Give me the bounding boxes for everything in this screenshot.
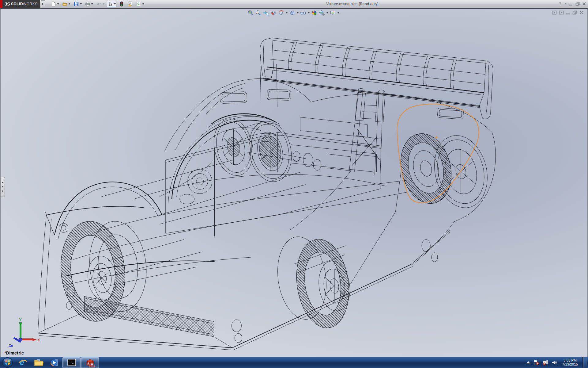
view-settings-button[interactable] [330, 10, 340, 16]
pane-right-button[interactable] [559, 10, 564, 15]
show-desktop-button[interactable] [582, 357, 587, 368]
zoom-to-fit-button[interactable] [247, 10, 254, 16]
solidworks-window: { "window": { "logo": {"mark": "ЗS", "br… [0, 0, 588, 368]
edit-appearance-button[interactable] [311, 10, 318, 16]
collapse-arrow-icon [2, 181, 3, 184]
select-button[interactable] [107, 1, 116, 7]
logo-brand-light: WORKS [23, 2, 38, 6]
sw-year: 2015 [89, 365, 95, 367]
model-canvas[interactable] [1, 9, 587, 357]
pane-left-button[interactable] [552, 10, 557, 15]
logo-3s-mark: ЗS [4, 1, 10, 6]
close-button[interactable] [582, 2, 586, 6]
new-button[interactable] [50, 1, 60, 7]
select-dropdown-caret[interactable] [114, 3, 116, 5]
apply-scene-caret[interactable] [326, 12, 328, 13]
graphics-area[interactable]: Y X Z *Dimetric [0, 8, 588, 357]
taskbar-media-player[interactable] [47, 357, 62, 368]
undo-button[interactable] [96, 1, 105, 7]
solidworks-logo: ЗS SOLIDWORKS [0, 0, 40, 8]
network-status-button[interactable] [542, 359, 549, 365]
select-cursor-icon [107, 1, 113, 7]
help-dropdown-caret[interactable] [565, 3, 567, 5]
apply-scene-button[interactable] [318, 10, 329, 16]
start-button[interactable] [0, 357, 15, 368]
display-style-button[interactable] [289, 10, 299, 16]
taskbar-solidworks[interactable]: S W 2015 [81, 357, 99, 368]
color-sphere-icon [311, 10, 317, 16]
print-button[interactable] [84, 1, 94, 7]
title-bar: ЗS SOLIDWORKS [0, 0, 588, 8]
network-error-icon [542, 359, 549, 365]
triad-x-label: X [37, 338, 40, 342]
minimize-document-button[interactable] [566, 10, 570, 15]
view-orientation-caret[interactable] [286, 12, 288, 13]
volume-button[interactable] [552, 360, 558, 365]
restore-document-button[interactable] [572, 10, 577, 15]
view-settings-caret[interactable] [337, 12, 339, 13]
options-dropdown-caret[interactable] [142, 3, 144, 5]
hide-show-items-button[interactable] [300, 10, 310, 16]
collapse-arrow-icon [2, 190, 3, 192]
command-prompt-icon: C:\ [67, 359, 76, 366]
zoom-to-area-button[interactable] [255, 10, 262, 16]
undo-icon [96, 1, 102, 7]
clock-date: 7/13/2015 [562, 362, 578, 366]
taskbar-windows-explorer[interactable] [31, 357, 47, 368]
rebuild-button[interactable] [118, 1, 125, 7]
up-arrow-icon [526, 361, 530, 364]
print-dropdown-caret[interactable] [91, 3, 93, 5]
open-dropdown-caret[interactable] [69, 3, 70, 5]
window-controls: ? [559, 0, 586, 8]
options-checklist-icon [136, 1, 141, 7]
restore-button[interactable] [575, 2, 580, 6]
taskbar-internet-explorer[interactable]: e [15, 357, 31, 368]
logo-brand-bold: SOLID [11, 2, 23, 6]
side-radiator-mesh [38, 297, 232, 348]
open-button[interactable] [62, 1, 71, 7]
undo-dropdown-caret[interactable] [103, 3, 104, 5]
rear-wing [260, 38, 493, 230]
svg-text:e: e [20, 358, 24, 367]
zoom-to-fit-icon [247, 10, 254, 16]
print-icon [85, 1, 90, 7]
flag-alert-icon [533, 359, 539, 365]
feature-tree-collapsed-tab[interactable] [1, 177, 5, 197]
hide-show-items-caret[interactable] [308, 12, 310, 13]
minimize-button[interactable] [569, 2, 573, 6]
section-view-button[interactable] [270, 10, 277, 16]
apply-scene-icon [319, 10, 325, 16]
collapse-arrow-icon [2, 186, 3, 188]
media-player-icon [50, 358, 59, 367]
help-button[interactable]: ? [559, 0, 561, 8]
options-button[interactable] [135, 1, 145, 7]
menu-expand-arrow[interactable] [41, 0, 45, 7]
display-style-caret[interactable] [297, 12, 299, 13]
section-view-icon [270, 10, 277, 16]
action-center-button[interactable] [533, 359, 539, 365]
view-orientation-button[interactable] [278, 10, 288, 16]
save-button[interactable] [73, 1, 82, 7]
new-dropdown-caret[interactable] [57, 3, 59, 5]
standard-toolbar [49, 1, 146, 7]
clock-time: 3:55 PM [562, 358, 578, 362]
close-document-button[interactable] [579, 10, 584, 15]
file-properties-icon [127, 1, 133, 7]
command-prompt-label: C:\ [69, 360, 72, 363]
car-wireframe [38, 38, 496, 350]
taskbar-command-prompt[interactable]: C:\ [62, 357, 81, 368]
show-hidden-icons-button[interactable] [526, 361, 530, 364]
previous-view-button[interactable] [262, 10, 269, 16]
save-floppy-icon [74, 1, 79, 7]
heads-up-view-toolbar [247, 10, 340, 16]
speaker-icon [552, 360, 558, 365]
view-settings-icon [330, 10, 336, 16]
solidworks-2015-icon: S W 2015 [85, 358, 95, 367]
rebuild-traffic-light-icon [119, 1, 124, 7]
folder-icon [34, 358, 43, 367]
file-properties-button[interactable] [127, 1, 134, 7]
front-right-wheel [273, 234, 354, 332]
taskbar-clock[interactable]: 3:55 PM 7/13/2015 [560, 358, 580, 366]
orientation-triad: Y X Z [3, 317, 40, 347]
save-dropdown-caret[interactable] [80, 3, 82, 5]
